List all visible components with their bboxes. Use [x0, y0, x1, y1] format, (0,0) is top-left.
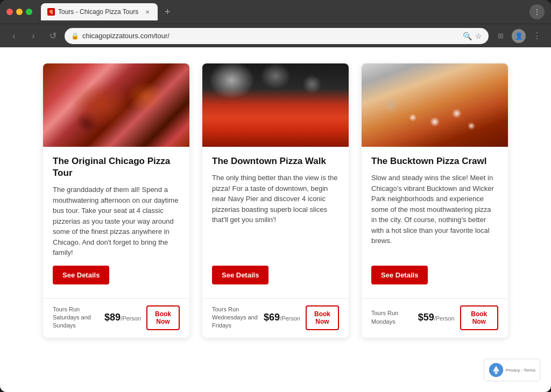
card-footer-downtown: Tours Run Wednesdays and Fridays $69/Per… [202, 298, 349, 338]
tour-price-bucktown: $59/Person [418, 312, 455, 323]
toolbar-right: ⊞ 👤 ⋮ [493, 28, 545, 44]
minimize-traffic-light[interactable] [16, 9, 23, 15]
tour-desc-bucktown: Slow and steady wins the slice! Meet in … [371, 173, 498, 258]
active-tab[interactable]: 🍕 Tours - Chicago Pizza Tours ✕ [41, 3, 158, 20]
new-tab-button[interactable]: + [160, 4, 175, 19]
close-traffic-light[interactable] [6, 9, 13, 15]
tour-schedule-original: Tours Run Saturdays and Sundays [53, 305, 104, 330]
bookmark-icon[interactable]: ☆ [475, 32, 482, 40]
price-book-bucktown: $59/Person Book Now [418, 305, 498, 330]
search-url-icon[interactable]: 🔍 [463, 32, 472, 40]
card-body-bucktown: The Bucktown Pizza Crawl Slow and steady… [362, 147, 508, 298]
tour-title-original: The Original Chicago Pizza Tour [53, 155, 180, 179]
book-now-bucktown[interactable]: Book Now [460, 305, 498, 330]
browser-controls-right: ⋮ [529, 4, 545, 19]
address-bar: ‹ › ↺ 🔒 chicagopizzatours.com/tour/ 🔍 ☆ … [0, 24, 551, 47]
tour-image-original [43, 63, 189, 147]
see-details-downtown[interactable]: See Details [212, 266, 269, 284]
security-icon: 🔒 [71, 32, 79, 40]
tab-title: Tours - Chicago Pizza Tours [58, 8, 138, 16]
tour-card-bucktown: The Bucktown Pizza Crawl Slow and steady… [362, 63, 508, 338]
tour-card-downtown: The Downtown Pizza Walk The only thing b… [202, 63, 349, 338]
tour-schedule-downtown: Tours Run Wednesdays and Fridays [212, 305, 264, 330]
see-details-bucktown[interactable]: See Details [371, 266, 428, 284]
tour-title-bucktown: The Bucktown Pizza Crawl [371, 155, 498, 167]
back-button[interactable]: ‹ [6, 28, 22, 44]
page-content: The Original Chicago Pizza Tour The gran… [0, 47, 551, 392]
title-bar: 🍕 Tours - Chicago Pizza Tours ✕ + ⋮ [0, 0, 551, 24]
url-bar[interactable]: 🔒 chicagopizzatours.com/tour/ 🔍 ☆ [65, 28, 489, 44]
extensions-button[interactable]: ⊞ [493, 28, 508, 44]
tours-grid: The Original Chicago Pizza Tour The gran… [43, 63, 508, 338]
forward-button[interactable]: › [26, 28, 41, 44]
tour-price-downtown: $69/Person [264, 312, 300, 323]
book-now-downtown[interactable]: Book Now [306, 305, 339, 330]
card-footer-original: Tours Run Saturdays and Sundays $89/Pers… [43, 298, 189, 338]
card-body-original: The Original Chicago Pizza Tour The gran… [43, 147, 189, 298]
traffic-lights [6, 9, 32, 15]
maximize-traffic-light[interactable] [26, 9, 32, 15]
card-body-downtown: The Downtown Pizza Walk The only thing b… [202, 147, 349, 298]
tour-desc-downtown: The only thing better than the view is t… [212, 173, 339, 258]
tour-card-original: The Original Chicago Pizza Tour The gran… [43, 63, 189, 338]
tour-desc-original: The granddaddy of them all! Spend a mout… [53, 184, 180, 258]
url-action-icons: 🔍 ☆ [463, 32, 482, 40]
see-details-original[interactable]: See Details [53, 266, 109, 284]
card-footer-bucktown: Tours Run Mondays $59/Person Book Now [362, 298, 508, 338]
price-book-downtown: $69/Person Book Now [264, 305, 339, 330]
browser-menu-button[interactable]: ⋮ [529, 4, 545, 19]
recaptcha-label: Privacy - Terms [506, 368, 535, 373]
browser-window: 🍕 Tours - Chicago Pizza Tours ✕ + ⋮ ‹ › … [0, 0, 551, 392]
tab-bar: 🍕 Tours - Chicago Pizza Tours ✕ + [41, 3, 525, 20]
url-text: chicagopizzatours.com/tour/ [82, 32, 460, 40]
tour-image-bucktown [362, 63, 508, 147]
more-options-button[interactable]: ⋮ [529, 28, 545, 44]
price-book-original: $89/Person Book Now [104, 305, 180, 330]
recaptcha-badge: Privacy - Terms [484, 359, 540, 381]
profile-button[interactable]: 👤 [511, 28, 526, 44]
page-inner: The Original Chicago Pizza Tour The gran… [0, 47, 551, 392]
tab-favicon: 🍕 [47, 8, 55, 16]
tour-title-downtown: The Downtown Pizza Walk [212, 155, 339, 167]
tour-schedule-bucktown: Tours Run Mondays [371, 309, 418, 326]
tour-price-original: $89/Person [104, 312, 141, 323]
user-avatar: 👤 [512, 29, 526, 43]
refresh-button[interactable]: ↺ [45, 28, 60, 44]
book-now-original[interactable]: Book Now [146, 305, 180, 330]
svg-point-1 [495, 372, 497, 374]
tour-image-downtown [202, 63, 349, 147]
recaptcha-icon [489, 362, 504, 377]
tab-close-button[interactable]: ✕ [144, 8, 151, 16]
